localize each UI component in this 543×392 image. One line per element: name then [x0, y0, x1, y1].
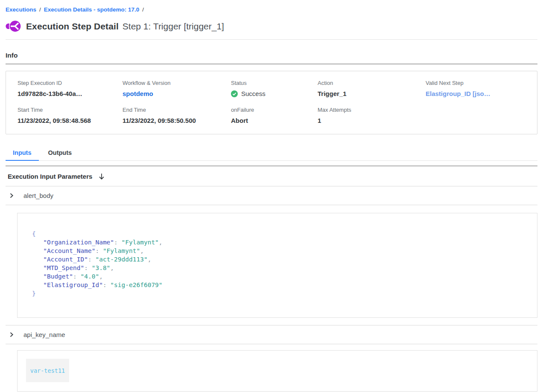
- info-heading: Info: [6, 52, 537, 59]
- field-label: Start Time: [18, 107, 123, 113]
- tab-bar: Inputs Outputs: [6, 146, 537, 161]
- field-step-execution-id: Step Execution ID 1d97828c-13b6-40a…: [18, 80, 123, 98]
- page-subtitle: Step 1: Trigger [trigger_1]: [123, 21, 224, 32]
- field-label: Valid Next Step: [426, 80, 533, 86]
- field-action: Action Trigger_1: [318, 80, 426, 98]
- tab-inputs[interactable]: Inputs: [6, 146, 39, 160]
- api-key-name-chip: var-test11: [26, 359, 69, 382]
- field-label: End Time: [123, 107, 231, 113]
- field-label: Workflow & Version: [123, 80, 231, 86]
- field-value: 1d97828c-13b6-40a…: [18, 90, 123, 97]
- execution-step-detail-page: Executions / Execution Details - spotdem…: [0, 0, 543, 392]
- param-row-api-key-name[interactable]: api_key_name: [6, 325, 537, 344]
- json-code-content: { "Organization_Name": "Fylamynt", "Acco…: [32, 229, 528, 298]
- field-max-attempts: Max Attempts 1: [318, 107, 426, 124]
- tab-outputs[interactable]: Outputs: [41, 146, 79, 160]
- field-value: Abort: [231, 117, 318, 124]
- page-title: Execution Step Detail: [26, 21, 119, 32]
- field-end-time: End Time 11/23/2022, 09:58:50.500: [123, 107, 231, 124]
- breadcrumb-separator: /: [39, 6, 41, 13]
- title-divider: [6, 39, 537, 40]
- chevron-right-icon[interactable]: [9, 193, 14, 198]
- breadcrumb-link-execution-details[interactable]: Execution Details - spotdemo: 17.0: [44, 6, 140, 13]
- field-onfailure: onFailure Abort: [231, 107, 318, 124]
- field-label: Max Attempts: [318, 107, 426, 113]
- field-start-time: Start Time 11/23/2022, 09:58:48.568: [18, 107, 123, 124]
- field-label: Step Execution ID: [18, 80, 123, 86]
- field-status: Status Success: [231, 80, 318, 98]
- field-label: onFailure: [231, 107, 318, 113]
- field-value: 11/23/2022, 09:58:48.568: [18, 117, 123, 124]
- success-check-icon: [231, 90, 238, 97]
- field-workflow-version: Workflow & Version spotdemo: [123, 80, 231, 98]
- breadcrumb-link-executions[interactable]: Executions: [6, 6, 36, 13]
- param-label: api_key_name: [23, 331, 65, 338]
- execution-input-parameters-header[interactable]: Execution Input Parameters: [6, 166, 537, 186]
- alert-body-value-box: { "Organization_Name": "Fylamynt", "Acco…: [17, 213, 537, 318]
- field-label: Action: [318, 80, 426, 86]
- param-row-alert-body[interactable]: alert_body: [6, 186, 537, 205]
- field-value: 1: [318, 117, 426, 124]
- status-badge: Success: [231, 90, 318, 97]
- field-empty: [426, 107, 533, 124]
- arrow-down-icon[interactable]: [99, 173, 105, 180]
- info-card: Step Execution ID 1d97828c-13b6-40a… Wor…: [6, 71, 537, 134]
- valid-next-step-link[interactable]: Elastigroup_ID [jso…: [426, 90, 490, 97]
- breadcrumb: Executions / Execution Details - spotdem…: [6, 0, 537, 13]
- workflow-link[interactable]: spotdemo: [123, 90, 153, 97]
- status-text: Success: [241, 90, 266, 97]
- page-header: Execution Step Detail Step 1: Trigger [t…: [6, 20, 537, 33]
- fylamynt-logo-icon: [6, 20, 21, 33]
- field-value: Trigger_1: [318, 90, 426, 97]
- section-title: Execution Input Parameters: [8, 173, 92, 180]
- field-valid-next-step: Valid Next Step Elastigroup_ID [jso…: [426, 80, 533, 98]
- field-value: 11/23/2022, 09:58:50.500: [123, 117, 231, 124]
- info-divider: [6, 64, 537, 64]
- param-label: alert_body: [23, 192, 53, 199]
- api-key-name-value-box: var-test11: [17, 350, 537, 392]
- breadcrumb-separator: /: [142, 6, 144, 13]
- chevron-right-icon[interactable]: [9, 332, 14, 337]
- field-label: Status: [231, 80, 318, 86]
